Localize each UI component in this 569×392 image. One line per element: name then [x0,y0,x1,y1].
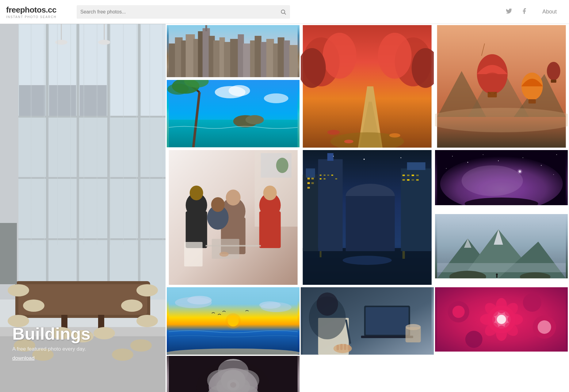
svg-point-106 [229,85,250,96]
svg-rect-60 [230,39,239,77]
photo-rose[interactable] [167,356,300,392]
search-input[interactable] [80,9,280,15]
svg-rect-10 [77,24,79,300]
svg-rect-20 [141,24,165,116]
svg-point-94 [547,62,560,80]
svg-point-126 [220,252,229,257]
svg-point-35 [121,300,143,312]
photo-autumn-image [301,25,433,149]
svg-point-161 [333,156,334,157]
svg-point-166 [467,162,468,163]
photo-nebula-image [435,150,568,205]
svg-rect-42 [0,223,17,284]
svg-rect-204 [337,345,339,350]
about-link[interactable]: About [536,9,563,15]
svg-point-104 [167,84,189,95]
search-icon [280,9,286,15]
photo-sunset-sea[interactable] [167,287,300,355]
svg-point-107 [264,93,288,103]
svg-point-169 [522,157,523,158]
svg-rect-16 [19,24,45,116]
photo-beach[interactable] [167,80,300,149]
photo-mountains-image [435,214,568,278]
svg-rect-153 [403,179,405,181]
svg-point-0 [281,10,285,13]
svg-rect-206 [344,344,346,350]
svg-rect-59 [224,42,231,77]
svg-rect-137 [327,153,334,161]
search-bar[interactable] [77,5,290,19]
twitter-link[interactable] [506,8,512,16]
svg-point-111 [276,158,288,173]
search-button[interactable] [280,9,286,15]
photo-flowers[interactable] [435,287,568,355]
logo-tagline: INSTANT PHOTO SEARCH [6,15,67,19]
svg-rect-151 [412,175,414,176]
svg-point-116 [226,190,241,205]
svg-rect-205 [340,344,343,350]
svg-rect-152 [416,175,419,176]
svg-rect-12 [138,24,140,300]
facebook-icon [521,8,528,14]
hero-download-button[interactable]: download [12,355,35,361]
photo-rose-image [167,356,300,392]
photo-sunset-sea-image [167,287,300,355]
svg-rect-209 [406,327,421,342]
svg-point-159 [343,256,392,265]
svg-rect-21 [19,85,45,116]
svg-rect-156 [416,179,419,181]
svg-rect-70 [289,45,298,77]
svg-point-168 [498,160,498,161]
svg-rect-14 [18,177,166,179]
svg-point-76 [378,33,412,79]
svg-rect-148 [335,178,337,179]
facebook-link[interactable] [521,8,528,16]
main-content: Buildings A free featured photo every da… [0,24,569,392]
svg-rect-120 [259,211,281,248]
svg-rect-130 [306,168,315,178]
svg-point-191 [226,313,241,329]
svg-point-86 [435,108,568,132]
photo-city-nyc[interactable] [167,25,300,79]
header-nav: About [506,8,563,16]
svg-point-173 [446,168,446,169]
svg-rect-68 [278,37,284,77]
svg-point-34 [136,284,158,296]
svg-point-228 [465,331,482,348]
svg-rect-8 [18,24,166,300]
svg-rect-93 [528,99,536,104]
svg-point-43 [55,40,67,45]
svg-point-170 [541,165,542,166]
svg-point-41 [94,327,115,339]
svg-point-211 [317,292,338,316]
svg-rect-66 [266,39,274,77]
svg-rect-65 [261,42,267,77]
svg-point-160 [364,159,365,160]
svg-point-172 [553,174,554,175]
svg-point-122 [211,197,225,212]
svg-rect-4 [0,59,166,65]
photo-city-night[interactable] [301,150,433,286]
photo-balloons[interactable] [435,25,568,149]
photo-flowers-image [435,287,568,352]
svg-rect-144 [320,178,322,179]
svg-point-174 [461,165,523,196]
svg-point-79 [327,130,340,135]
photo-meeting[interactable] [167,150,300,286]
svg-point-80 [344,140,353,143]
photo-city-nyc-image [167,25,300,77]
svg-point-29 [8,284,29,296]
photo-grid [166,24,569,392]
photo-mountains[interactable] [435,214,568,286]
svg-rect-97 [169,120,298,147]
svg-point-37 [130,339,152,352]
svg-point-195 [259,301,281,309]
photo-nebula[interactable] [435,150,568,213]
svg-rect-13 [18,116,166,118]
svg-point-73 [323,33,357,79]
photo-laptop-work[interactable] [301,287,433,355]
svg-rect-128 [303,248,432,285]
svg-rect-69 [284,40,290,77]
photo-autumn[interactable] [301,25,433,149]
photo-beach-image [167,80,300,147]
